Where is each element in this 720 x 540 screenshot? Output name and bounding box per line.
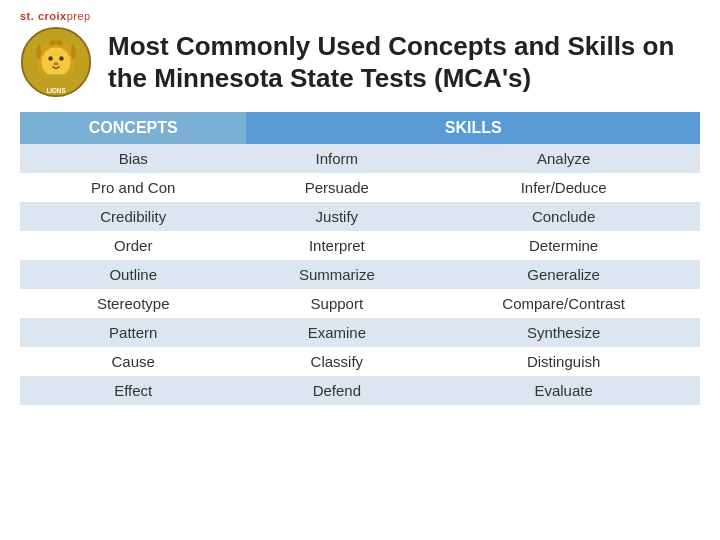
table-cell-1-2: Infer/Deduce — [427, 173, 700, 202]
table-row: OutlineSummarizeGeneralize — [20, 260, 700, 289]
logo-icon: LIONS — [20, 26, 92, 98]
page-header: LIONS Most Commonly Used Concepts and Sk… — [20, 26, 700, 98]
table-cell-1-0: Pro and Con — [20, 173, 246, 202]
table-cell-6-1: Examine — [246, 318, 427, 347]
svg-text:LIONS: LIONS — [46, 87, 65, 94]
svg-point-4 — [59, 56, 64, 61]
table-cell-3-0: Order — [20, 231, 246, 260]
table-cell-7-1: Classify — [246, 347, 427, 376]
table-cell-4-0: Outline — [20, 260, 246, 289]
table-row: CredibilityJustifyConclude — [20, 202, 700, 231]
table-row: EffectDefendEvaluate — [20, 376, 700, 405]
table-row: StereotypeSupportCompare/Contrast — [20, 289, 700, 318]
skills-header: SKILLS — [246, 112, 700, 144]
table-cell-5-1: Support — [246, 289, 427, 318]
table-cell-8-1: Defend — [246, 376, 427, 405]
page-title: Most Commonly Used Concepts and Skills o… — [108, 30, 700, 95]
table-row: CauseClassifyDistinguish — [20, 347, 700, 376]
table-cell-0-1: Inform — [246, 144, 427, 173]
svg-point-3 — [48, 56, 53, 61]
table-cell-0-2: Analyze — [427, 144, 700, 173]
table-cell-2-2: Conclude — [427, 202, 700, 231]
concepts-skills-table: CONCEPTS SKILLS BiasInformAnalyzePro and… — [20, 112, 700, 405]
table-cell-2-0: Credibility — [20, 202, 246, 231]
table-row: BiasInformAnalyze — [20, 144, 700, 173]
table-cell-5-0: Stereotype — [20, 289, 246, 318]
table-body: BiasInformAnalyzePro and ConPersuadeInfe… — [20, 144, 700, 405]
table-cell-3-2: Determine — [427, 231, 700, 260]
svg-point-5 — [53, 62, 58, 66]
table-cell-2-1: Justify — [246, 202, 427, 231]
table-row: OrderInterpretDetermine — [20, 231, 700, 260]
table-cell-8-2: Evaluate — [427, 376, 700, 405]
table-cell-5-2: Compare/Contrast — [427, 289, 700, 318]
table-cell-1-1: Persuade — [246, 173, 427, 202]
table-header-row: CONCEPTS SKILLS — [20, 112, 700, 144]
svg-rect-8 — [45, 75, 67, 88]
table-cell-6-2: Synthesize — [427, 318, 700, 347]
table-row: PatternExamineSynthesize — [20, 318, 700, 347]
concepts-header: CONCEPTS — [20, 112, 246, 144]
page: st. croixprep LI — [0, 0, 720, 540]
table-cell-4-1: Summarize — [246, 260, 427, 289]
table-cell-7-0: Cause — [20, 347, 246, 376]
table-cell-6-0: Pattern — [20, 318, 246, 347]
main-table-wrap: CONCEPTS SKILLS BiasInformAnalyzePro and… — [20, 112, 700, 530]
table-row: Pro and ConPersuadeInfer/Deduce — [20, 173, 700, 202]
table-cell-3-1: Interpret — [246, 231, 427, 260]
brand-text: st. croixprep — [20, 10, 700, 22]
table-cell-8-0: Effect — [20, 376, 246, 405]
table-cell-4-2: Generalize — [427, 260, 700, 289]
table-cell-0-0: Bias — [20, 144, 246, 173]
brand-prep: prep — [67, 10, 91, 22]
brand-st: st. croix — [20, 10, 67, 22]
table-cell-7-2: Distinguish — [427, 347, 700, 376]
